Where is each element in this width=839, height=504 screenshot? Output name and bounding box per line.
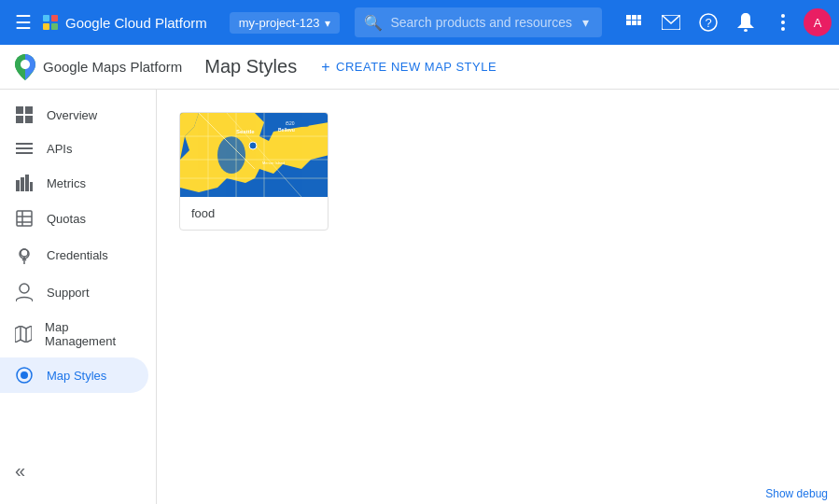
gcp-logo-squares [43, 15, 58, 30]
svg-rect-9 [744, 29, 748, 32]
page-title: Map Styles [204, 56, 297, 77]
sidebar-item-apis[interactable]: APIs [0, 133, 148, 165]
map-thumbnail: Seattle Bellevu Mercer Island i520 [180, 113, 329, 197]
svg-rect-3 [626, 21, 631, 25]
svg-rect-2 [637, 15, 641, 20]
svg-text:Bellevu: Bellevu [278, 127, 295, 133]
brand-logo: Google Maps Platform [15, 54, 182, 80]
svg-rect-16 [25, 116, 33, 123]
svg-point-51 [249, 142, 257, 149]
apps-icon-button[interactable] [617, 6, 650, 39]
create-new-map-style-button[interactable]: + CREATE NEW MAP STYLE [312, 53, 506, 81]
svg-point-35 [21, 371, 28, 379]
menu-icon[interactable]: ☰ [7, 4, 39, 41]
svg-text:?: ? [705, 16, 711, 30]
create-plus-icon: + [321, 59, 330, 76]
support-icon [15, 283, 34, 301]
sidebar-item-map-management[interactable]: Map Management [0, 311, 148, 357]
apis-icon [15, 143, 34, 156]
svg-rect-23 [30, 182, 33, 191]
sidebar-label-support: Support [47, 286, 90, 300]
logo-sq-red [51, 15, 58, 21]
seattle-map-svg: Seattle Bellevu Mercer Island i520 [180, 113, 329, 197]
sub-header: Google Maps Platform Map Styles + CREATE… [0, 45, 839, 90]
sidebar-label-apis: APIs [47, 142, 72, 156]
main-content: Seattle Bellevu Mercer Island i520 food [157, 90, 839, 504]
gcp-title: Google Cloud Platform [65, 15, 207, 31]
sidebar-item-credentials[interactable]: Credentials [0, 236, 148, 273]
sidebar-label-credentials: Credentials [47, 248, 108, 262]
search-dropdown-icon[interactable]: ▾ [579, 11, 593, 34]
map-style-card-food[interactable]: Seattle Bellevu Mercer Island i520 food [179, 112, 329, 231]
help-icon-button[interactable]: ? [692, 6, 725, 39]
create-btn-label: CREATE NEW MAP STYLE [336, 60, 496, 74]
sidebar-item-metrics[interactable]: Metrics [0, 165, 148, 201]
svg-rect-21 [21, 177, 24, 191]
svg-rect-18 [16, 147, 33, 149]
svg-rect-1 [632, 15, 636, 20]
debug-bar-label: Show debug [765, 487, 828, 500]
sidebar-label-metrics: Metrics [47, 176, 86, 190]
user-avatar[interactable]: A [804, 8, 832, 36]
more-vert-icon-button[interactable] [766, 6, 800, 39]
sidebar-label-map-styles: Map Styles [47, 369, 106, 383]
svg-rect-15 [16, 116, 23, 123]
search-input[interactable] [390, 15, 579, 30]
sidebar: Overview APIs Metrics Quotas Credentials [0, 90, 157, 504]
svg-rect-20 [16, 180, 20, 191]
project-chevron-icon [325, 16, 330, 30]
svg-point-10 [781, 14, 785, 18]
overview-icon [15, 106, 34, 123]
metrics-icon [15, 175, 34, 191]
svg-text:Seattle: Seattle [236, 129, 255, 134]
svg-rect-0 [626, 15, 631, 20]
svg-rect-22 [25, 175, 29, 191]
map-styles-icon [15, 367, 34, 384]
svg-marker-31 [15, 326, 32, 343]
notifications-icon-button[interactable] [729, 6, 762, 39]
logo-sq-yellow [43, 23, 49, 30]
svg-point-11 [781, 21, 785, 24]
quotas-icon [15, 210, 34, 227]
sidebar-label-quotas: Quotas [47, 212, 86, 226]
sidebar-item-overview[interactable]: Overview [0, 97, 148, 133]
sidebar-item-map-styles[interactable]: Map Styles [0, 357, 148, 393]
search-icon: 🔍 [364, 14, 383, 32]
svg-rect-24 [17, 211, 32, 226]
svg-rect-19 [16, 152, 33, 154]
gcp-logo: Google Cloud Platform [43, 15, 207, 31]
svg-point-12 [781, 27, 785, 31]
sidebar-item-quotas[interactable]: Quotas [0, 201, 148, 236]
svg-text:i520: i520 [286, 120, 295, 126]
credentials-icon [15, 245, 34, 264]
search-bar: 🔍 ▾ [355, 7, 602, 37]
project-selector[interactable]: my-project-123 [230, 12, 341, 34]
page-title-area: Map Styles + CREATE NEW MAP STYLE [204, 53, 506, 81]
sidebar-label-map-management: Map Management [45, 320, 133, 348]
svg-rect-14 [25, 106, 33, 114]
email-icon-button[interactable] [654, 6, 688, 39]
sidebar-label-overview: Overview [47, 108, 97, 122]
logo-sq-blue [43, 15, 49, 21]
svg-point-30 [20, 284, 29, 293]
sidebar-collapse-button[interactable]: « [0, 453, 40, 489]
debug-bar[interactable]: Show debug [754, 483, 839, 504]
top-header-bar: ☰ Google Cloud Platform my-project-123 🔍… [0, 0, 839, 45]
brand-name: Google Maps Platform [43, 59, 182, 75]
map-management-icon [15, 326, 32, 343]
svg-text:Mercer Island: Mercer Island [262, 161, 285, 165]
svg-rect-17 [16, 143, 33, 145]
top-bar-right-actions: ? A [617, 6, 832, 39]
project-name: my-project-123 [239, 16, 320, 30]
svg-rect-13 [16, 106, 23, 114]
svg-rect-5 [637, 21, 641, 25]
maps-pin-icon [15, 54, 35, 80]
logo-sq-green [51, 23, 58, 30]
main-layout: Overview APIs Metrics Quotas Credentials [0, 90, 839, 504]
map-style-label: food [180, 197, 328, 230]
collapse-icon: « [15, 460, 25, 481]
svg-rect-4 [632, 21, 636, 25]
sidebar-item-support[interactable]: Support [0, 273, 148, 311]
